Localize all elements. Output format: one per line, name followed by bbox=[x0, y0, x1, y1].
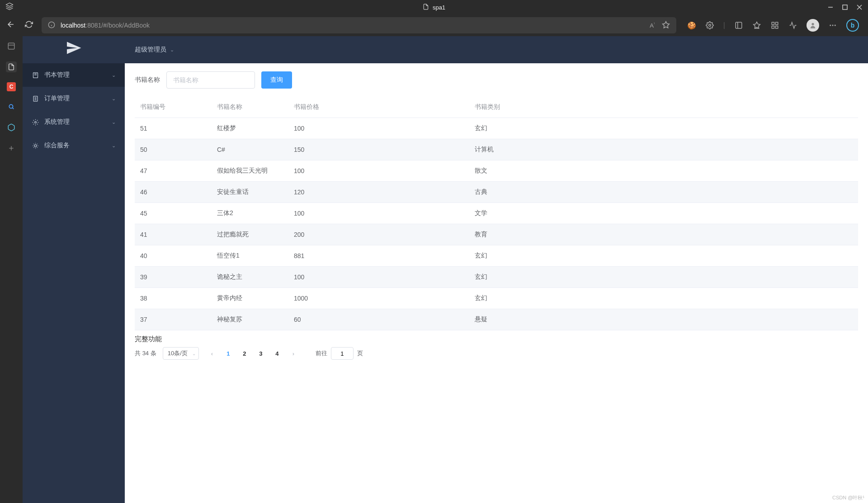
table-cell: 47 bbox=[135, 160, 212, 182]
info-icon[interactable] bbox=[48, 21, 55, 30]
file-icon bbox=[423, 4, 429, 11]
gear-icon bbox=[32, 118, 39, 126]
table-row: 41过把瘾就死200教育 bbox=[135, 224, 858, 245]
collections-icon[interactable] bbox=[770, 21, 779, 30]
sidebar-item-books[interactable]: 书本管理 ⌄ bbox=[23, 63, 125, 87]
svg-rect-14 bbox=[776, 22, 778, 24]
table-cell: 150 bbox=[288, 139, 469, 160]
favorites-icon[interactable] bbox=[752, 21, 761, 30]
pager-page[interactable]: 2 bbox=[238, 347, 251, 360]
activity-c-icon[interactable]: C bbox=[7, 82, 16, 91]
table-cell: 散文 bbox=[469, 160, 858, 182]
maximize-button[interactable] bbox=[842, 4, 848, 10]
table-cell: 45 bbox=[135, 203, 212, 224]
sun-icon bbox=[32, 142, 39, 149]
th-price: 书籍价格 bbox=[288, 97, 469, 118]
svg-rect-15 bbox=[776, 26, 778, 28]
chevron-down-icon: ⌄ bbox=[112, 143, 116, 149]
watermark: CSDN @叶秋¹ bbox=[832, 494, 864, 501]
jumper-input[interactable] bbox=[331, 347, 354, 360]
svg-line-24 bbox=[13, 108, 14, 109]
table-cell: 古典 bbox=[469, 182, 858, 203]
search-button[interactable]: 查询 bbox=[261, 71, 292, 89]
activity-search-icon[interactable] bbox=[6, 101, 17, 112]
activity-box-icon[interactable] bbox=[6, 122, 17, 133]
pagination: 共 34 条 10条/页 ⌄ ‹ 1234 › 前往 页 bbox=[135, 347, 858, 360]
table-cell: 100 bbox=[288, 267, 469, 288]
table-cell: 39 bbox=[135, 267, 212, 288]
table-cell: 120 bbox=[288, 182, 469, 203]
th-id: 书籍编号 bbox=[135, 97, 212, 118]
table-cell: 100 bbox=[288, 160, 469, 182]
table-cell: 文学 bbox=[469, 203, 858, 224]
pager-page[interactable]: 4 bbox=[270, 347, 284, 360]
page-size-select[interactable]: 10条/页 ⌄ bbox=[163, 347, 199, 360]
sidebar-toggle-icon[interactable] bbox=[734, 21, 743, 30]
book-icon bbox=[32, 71, 39, 79]
svg-rect-1 bbox=[843, 5, 847, 9]
search-input[interactable] bbox=[166, 71, 255, 89]
pager-page[interactable]: 1 bbox=[222, 347, 235, 360]
back-button[interactable] bbox=[5, 20, 16, 31]
activity-tab-2[interactable] bbox=[6, 61, 17, 72]
sidebar-item-orders[interactable]: 订单管理 ⌄ bbox=[23, 87, 125, 110]
table-cell: 100 bbox=[288, 203, 469, 224]
activity-tab-1[interactable] bbox=[6, 41, 17, 52]
minimize-button[interactable] bbox=[827, 4, 834, 10]
table-cell: 三体2 bbox=[212, 203, 288, 224]
chevron-down-icon: ⌄ bbox=[192, 351, 196, 356]
performance-icon[interactable] bbox=[788, 21, 797, 30]
pagination-title: 完整功能 bbox=[135, 335, 858, 343]
table-cell: 悟空传1 bbox=[212, 245, 288, 267]
pager-page[interactable]: 3 bbox=[254, 347, 268, 360]
pager-prev[interactable]: ‹ bbox=[205, 347, 219, 360]
close-button[interactable] bbox=[856, 4, 863, 10]
pager: ‹ 1234 › bbox=[205, 347, 300, 360]
table-cell: 1000 bbox=[288, 288, 469, 309]
table-cell: 100 bbox=[288, 118, 469, 139]
table-row: 40悟空传1881玄幻 bbox=[135, 245, 858, 267]
url-bar[interactable]: localhost:8081/#/book/AddBook A⁾ bbox=[42, 17, 676, 33]
sidebar-item-services[interactable]: 综合服务 ⌄ bbox=[23, 134, 125, 157]
table-cell: 玄幻 bbox=[469, 118, 858, 139]
refresh-button[interactable] bbox=[24, 20, 34, 30]
extension-icon[interactable] bbox=[705, 21, 714, 30]
table-cell: 计算机 bbox=[469, 139, 858, 160]
sidebar-item-system[interactable]: 系统管理 ⌄ bbox=[23, 110, 125, 134]
svg-point-23 bbox=[9, 104, 13, 108]
cookie-icon[interactable]: 🍪 bbox=[687, 21, 696, 30]
table-cell: 881 bbox=[288, 245, 469, 267]
svg-point-35 bbox=[34, 145, 37, 147]
sidebar-item-label: 系统管理 bbox=[44, 118, 70, 126]
table-cell: 假如给我三天光明 bbox=[212, 160, 288, 182]
table-cell: C# bbox=[212, 139, 288, 160]
svg-rect-13 bbox=[772, 22, 774, 24]
browser-toolbar: localhost:8081/#/book/AddBook A⁾ 🍪 | bbox=[0, 14, 868, 36]
table-row: 38黄帝内经1000玄幻 bbox=[135, 288, 858, 309]
table-row: 47假如给我三天光明100散文 bbox=[135, 160, 858, 182]
favorite-icon[interactable] bbox=[662, 21, 670, 30]
table-cell: 38 bbox=[135, 288, 212, 309]
activity-add-icon[interactable] bbox=[6, 143, 17, 154]
chevron-down-icon: ⌄ bbox=[170, 47, 174, 53]
table-cell: 51 bbox=[135, 118, 212, 139]
table-row: 37神秘复苏60悬疑 bbox=[135, 309, 858, 330]
bing-icon[interactable]: b bbox=[846, 19, 859, 32]
books-table: 书籍编号 书籍名称 书籍价格 书籍类别 51红楼梦100玄幻50C#150计算机… bbox=[135, 97, 858, 330]
user-avatar[interactable] bbox=[807, 19, 819, 32]
svg-rect-21 bbox=[8, 43, 14, 49]
app-icon bbox=[5, 2, 14, 12]
user-role-dropdown[interactable]: 超级管理员 ⌄ bbox=[135, 46, 174, 54]
table-cell: 安徒生童话 bbox=[212, 182, 288, 203]
read-aloud-icon[interactable]: A⁾ bbox=[650, 22, 655, 29]
table-cell: 玄幻 bbox=[469, 267, 858, 288]
table-cell: 41 bbox=[135, 224, 212, 245]
pager-next[interactable]: › bbox=[287, 347, 300, 360]
th-category: 书籍类别 bbox=[469, 97, 858, 118]
table-cell: 过把瘾就死 bbox=[212, 224, 288, 245]
more-icon[interactable] bbox=[828, 21, 837, 30]
table-cell: 黄帝内经 bbox=[212, 288, 288, 309]
clipboard-icon bbox=[32, 95, 39, 102]
browser-tab[interactable]: spa1 bbox=[423, 4, 445, 11]
svg-point-20 bbox=[835, 25, 836, 26]
